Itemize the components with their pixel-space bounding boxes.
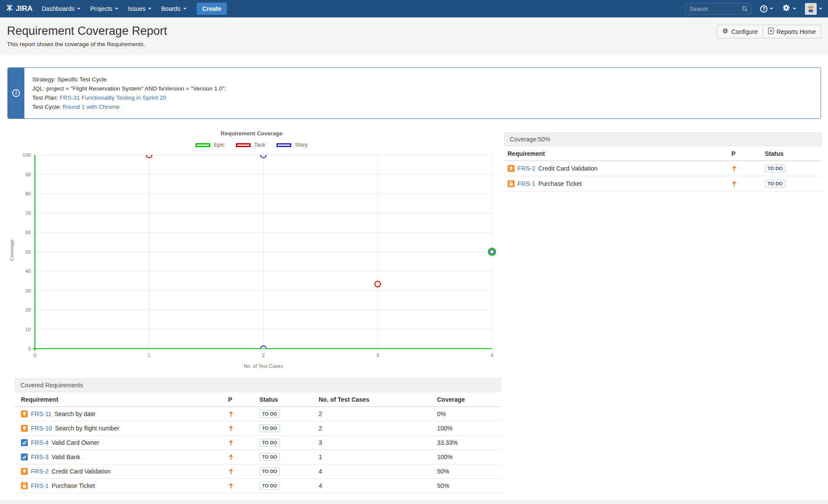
nav-dashboards[interactable]: Dashboards [37,0,86,17]
table-row: FRS-11Search by dateTO DO20% [15,407,501,421]
reports-home-button[interactable]: Reports Home [763,25,821,38]
column-header: Requirement [504,150,728,157]
issue-key-link[interactable]: FRS-4 [31,439,48,446]
column-header: Requirement [15,396,225,403]
jira-logo[interactable]: JIRA [6,4,33,14]
column-header: P [728,150,761,157]
column-header: P [225,396,256,403]
priority-high-icon [731,180,737,187]
table-row: FRS-1Purchase TicketTO DO [504,176,822,192]
nav-projects[interactable]: Projects [85,0,123,17]
info-panel-sidebar: i [8,68,24,118]
coverage-value: 0% [434,410,501,417]
svg-text:70: 70 [25,211,31,216]
user-menu[interactable] [805,3,822,15]
test-cases-value: 1 [315,454,434,460]
gear-icon [782,3,791,14]
chevron-down-icon [770,8,773,10]
status-badge: TO DO [259,410,280,418]
info-line: Test Plan: FRS-31 Functionality Testing … [32,93,226,102]
help-menu[interactable]: ? [760,5,773,13]
nav-boards[interactable]: Boards [156,0,191,17]
svg-text:40: 40 [25,269,31,274]
help-icon: ? [760,5,767,13]
bulb-issue-type-icon [21,425,28,432]
issue-summary: Credit Card Validation [538,165,597,172]
table-header-row: RequirementPStatus [504,146,822,161]
data-point-story[interactable] [490,249,494,254]
svg-text:4: 4 [491,353,494,358]
issue-key-link[interactable]: FRS-1 [518,180,535,187]
issue-key-link[interactable]: FRS-3 [31,454,48,460]
report-info-lines: Strategy: Specific Test CycleJQL: projec… [24,68,234,118]
issue-summary: Search by date [54,410,95,417]
nav-issues[interactable]: Issues [123,0,156,17]
svg-text:10: 10 [25,327,31,332]
info-icon: i [12,89,20,97]
issue-summary: Valid Card Owner [51,439,99,446]
status-badge: TO DO [259,467,280,475]
column-header: Coverage [434,396,501,403]
legend-label: Story [295,142,307,148]
status-badge: TO DO [765,180,785,188]
issue-key-link[interactable]: FRS-10 [31,425,52,432]
table-header-row: RequirementPStatusNo. of Test CasesCover… [15,392,501,407]
page-header: Requirement Coverage Report This report … [0,17,828,55]
coverage-value: 100% [434,425,501,432]
coverage-value: 50% [434,482,501,489]
priority-high-icon [228,439,234,446]
issue-key-link[interactable]: FRS-2 [518,165,535,172]
configure-button[interactable]: Configure [717,25,763,38]
covered-requirements-header: Covered Requirements [15,378,501,392]
status-badge: TO DO [259,439,280,447]
scatter-plot: 010203040506070809010001234 [7,151,496,363]
legend-swatch [195,143,210,147]
column-header: No. of Test Cases [315,396,434,403]
legend-label: Epic [214,142,224,148]
priority-high-icon [731,165,737,172]
task-issue-type-icon [21,454,28,460]
bulb-issue-type-icon [508,165,515,172]
table-row: FRS-4Valid Card OwnerTO DO333.33% [15,436,501,450]
legend-item-story: Story [276,142,307,148]
svg-text:30: 30 [25,288,31,293]
legend-label: Task [254,142,266,148]
jira-logo-text: JIRA [16,4,33,13]
test-cases-value: 4 [315,482,434,489]
issue-summary: Credit Card Validation [51,468,111,475]
issue-summary: Valid Bank [51,454,80,460]
svg-text:3: 3 [376,353,379,358]
settings-menu[interactable] [782,3,796,14]
coverage-value: 33.33% [434,439,501,446]
priority-high-icon [228,410,234,417]
y-axis-label: Coverage [9,233,14,268]
create-button[interactable]: Create [197,3,227,15]
table-row: FRS-2Credit Card ValidationTO DO450% [15,464,501,479]
table-row: FRS-10Search by flight numberTO DO2100% [15,421,501,436]
info-link[interactable]: Round 1 with Chrome [63,104,120,110]
issue-key-link[interactable]: FRS-11 [31,410,51,417]
issue-summary: Purchase Ticket [51,482,95,489]
column-header: Status [256,396,315,403]
legend-item-task: Task [236,142,266,148]
svg-text:2: 2 [262,353,265,358]
svg-text:90: 90 [25,172,31,177]
info-link[interactable]: FRS-31 Functionality Testing in Sprint 2… [60,94,166,101]
svg-text:50: 50 [25,249,31,255]
table-row: FRS-2Credit Card ValidationTO DO [504,161,822,176]
priority-high-icon [228,425,234,432]
issue-key-link[interactable]: FRS-2 [31,468,48,475]
gear-icon [722,27,729,36]
column-header: Status [761,150,822,157]
data-point-task[interactable] [375,281,380,287]
data-point-story[interactable] [261,346,266,352]
data-point-task[interactable] [146,152,152,158]
svg-text:100: 100 [23,152,31,158]
status-badge: TO DO [765,165,785,172]
svg-text:0: 0 [34,353,36,358]
chart-title: Requirement Coverage [7,130,496,137]
issue-key-link[interactable]: FRS-1 [31,482,48,489]
table-row: FRS-1Purchase TicketTO DO450% [15,479,501,493]
data-point-story[interactable] [261,152,266,158]
test-cases-value: 2 [315,410,434,417]
